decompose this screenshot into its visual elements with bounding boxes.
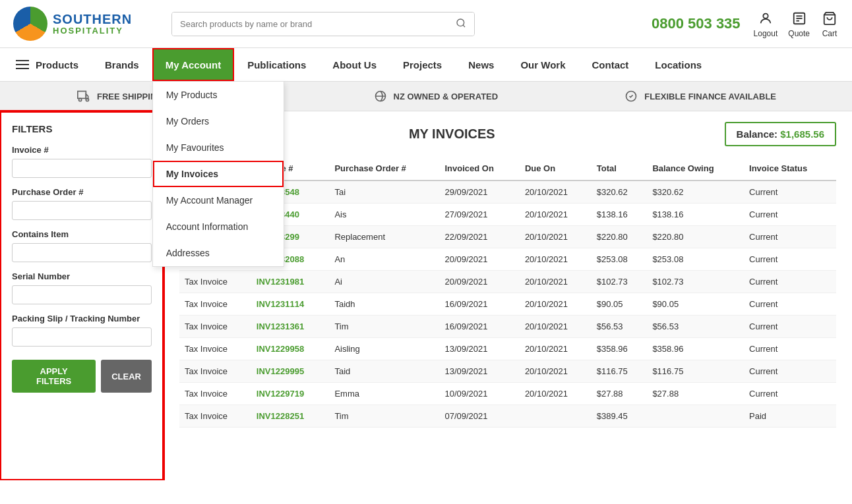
dropdown-item-account-manager[interactable]: My Account Manager — [153, 187, 284, 213]
cell-data: 20/09/2021 — [439, 271, 519, 293]
cell-status: Current — [744, 226, 836, 248]
search-input[interactable] — [172, 13, 448, 36]
filter-group-invoice-num: Invoice # — [12, 145, 152, 178]
cell-data: $90.05 — [647, 293, 744, 316]
quote-link[interactable]: Quote — [788, 9, 810, 38]
table-row: Tax InvoiceINV1231114Taidh16/09/202120/1… — [179, 293, 836, 316]
hamburger-icon — [13, 57, 32, 72]
nav-label-our-work: Our Work — [520, 59, 565, 70]
cell-data: $220.80 — [592, 226, 648, 248]
cell-data: 20/10/2021 — [520, 293, 592, 316]
balance-badge: Balance: $1,685.56 — [725, 122, 836, 146]
filter-group-contains-item: Contains Item — [12, 229, 152, 262]
cell-data: Emma — [329, 383, 439, 405]
nav-label-contact: Contact — [592, 59, 628, 70]
table-row: Tax InvoiceINV1231361Tim16/09/202120/10/… — [179, 316, 836, 338]
nav-label-publications: Publications — [247, 59, 306, 70]
cell-data: 10/09/2021 — [439, 383, 519, 405]
col-total: Total — [592, 157, 648, 181]
nav-item-contact[interactable]: Contact — [578, 48, 642, 81]
nav-label-projects: Projects — [403, 59, 442, 70]
cart-icon — [820, 9, 839, 28]
nav-item-my-account[interactable]: My Account My Products My Orders My Favo… — [152, 48, 234, 81]
table-row: Tax InvoiceINV1231981Ai20/09/202120/10/2… — [179, 271, 836, 293]
shipping-icon — [76, 88, 92, 104]
nz-icon — [373, 88, 388, 104]
filter-input-invoice-num[interactable] — [12, 159, 152, 178]
invoice-link[interactable]: INV1231361 — [257, 322, 304, 331]
svg-point-0 — [457, 19, 464, 26]
nav-item-projects[interactable]: Projects — [390, 48, 455, 81]
filter-input-serial-number[interactable] — [12, 285, 152, 304]
cell-type: Tax Invoice — [179, 293, 251, 316]
svg-rect-7 — [78, 92, 86, 99]
filter-label-serial-number: Serial Number — [12, 271, 152, 281]
cell-data: $320.62 — [592, 181, 648, 204]
cell-data: $389.45 — [592, 405, 648, 428]
dropdown-item-my-invoices[interactable]: My Invoices — [153, 161, 284, 187]
cell-data: 20/10/2021 — [520, 360, 592, 383]
nav-label-about-us: About Us — [332, 59, 377, 70]
nav-item-about-us[interactable]: About Us — [319, 48, 390, 81]
cell-status: Current — [744, 383, 836, 405]
cell-status: Current — [744, 293, 836, 316]
cell-data: $138.16 — [647, 204, 744, 226]
cell-status: Current — [744, 316, 836, 338]
filter-input-packing-slip[interactable] — [12, 327, 152, 347]
invoice-link[interactable]: INV1229995 — [257, 366, 304, 376]
quote-icon — [790, 9, 808, 28]
dropdown-item-my-favourites[interactable]: My Favourites — [153, 134, 284, 161]
cell-status: Current — [744, 248, 836, 271]
invoice-link[interactable]: INV1231114 — [257, 299, 304, 309]
logo-text: SOUTHERN HOSPITALITY — [53, 12, 132, 36]
cell-data: 07/09/2021 — [439, 405, 519, 428]
search-button[interactable] — [448, 13, 474, 36]
cell-data: 16/09/2021 — [439, 293, 519, 316]
dropdown-item-my-products[interactable]: My Products — [153, 82, 284, 108]
filter-input-contains-item[interactable] — [12, 243, 152, 262]
invoice-link[interactable]: INV1228251 — [257, 411, 304, 421]
cell-data: Ai — [329, 271, 439, 293]
nav-bar: Products Brands My Account My Products M… — [0, 48, 852, 82]
filter-input-purchase-order[interactable] — [12, 201, 152, 220]
cell-data: $116.75 — [647, 360, 744, 383]
cell-data: 29/09/2021 — [439, 181, 519, 204]
nav-item-news[interactable]: News — [455, 48, 507, 81]
dropdown-item-addresses[interactable]: Addresses — [153, 240, 284, 266]
cell-data: $116.75 — [592, 360, 648, 383]
filters-sidebar: FILTERS Invoice # Purchase Order # Conta… — [0, 111, 164, 480]
promo-banner: FREE SHIPPING FOR ONLINE ORD... NZ OWNED… — [0, 82, 852, 111]
nav-item-products[interactable]: Products — [0, 48, 92, 81]
brand-name-2: HOSPITALITY — [53, 26, 132, 36]
cell-data: Replacement — [329, 226, 439, 248]
cart-label: Cart — [822, 29, 837, 38]
invoice-link[interactable]: INV1229958 — [257, 344, 304, 354]
header-actions: Logout Quote Cart — [754, 9, 839, 38]
filter-label-contains-item: Contains Item — [12, 229, 152, 239]
col-purchase-order: Purchase Order # — [329, 157, 439, 181]
cell-data: $102.73 — [647, 271, 744, 293]
apply-filters-button[interactable]: APPLY FILTERS — [12, 360, 96, 393]
logo-icon — [13, 7, 47, 41]
invoice-link[interactable]: INV1231981 — [257, 277, 304, 287]
logo-area: SOUTHERN HOSPITALITY — [13, 7, 158, 41]
nav-item-locations[interactable]: Locations — [642, 48, 715, 81]
cart-link[interactable]: Cart — [820, 9, 839, 38]
cell-data: $358.96 — [592, 338, 648, 360]
nav-item-publications[interactable]: Publications — [234, 48, 319, 81]
cell-data: $56.53 — [592, 316, 648, 338]
nav-item-our-work[interactable]: Our Work — [507, 48, 578, 81]
filter-group-packing-slip: Packing Slip / Tracking Number — [12, 314, 152, 347]
dropdown-item-my-orders[interactable]: My Orders — [153, 108, 284, 134]
dropdown-item-account-information[interactable]: Account Information — [153, 213, 284, 240]
balance-value: $1,685.56 — [780, 128, 824, 140]
nav-item-brands[interactable]: Brands — [92, 48, 152, 81]
clear-filters-button[interactable]: CLEAR — [101, 360, 152, 393]
invoice-link[interactable]: INV1229719 — [257, 389, 304, 399]
cell-type: Tax Invoice — [179, 338, 251, 360]
header-right: 0800 503 335 Logout Quote — [652, 9, 839, 38]
nav-label-my-account: My Account — [166, 59, 221, 70]
filter-label-purchase-order: Purchase Order # — [12, 187, 152, 197]
svg-point-1 — [763, 14, 768, 18]
logout-link[interactable]: Logout — [754, 9, 778, 38]
